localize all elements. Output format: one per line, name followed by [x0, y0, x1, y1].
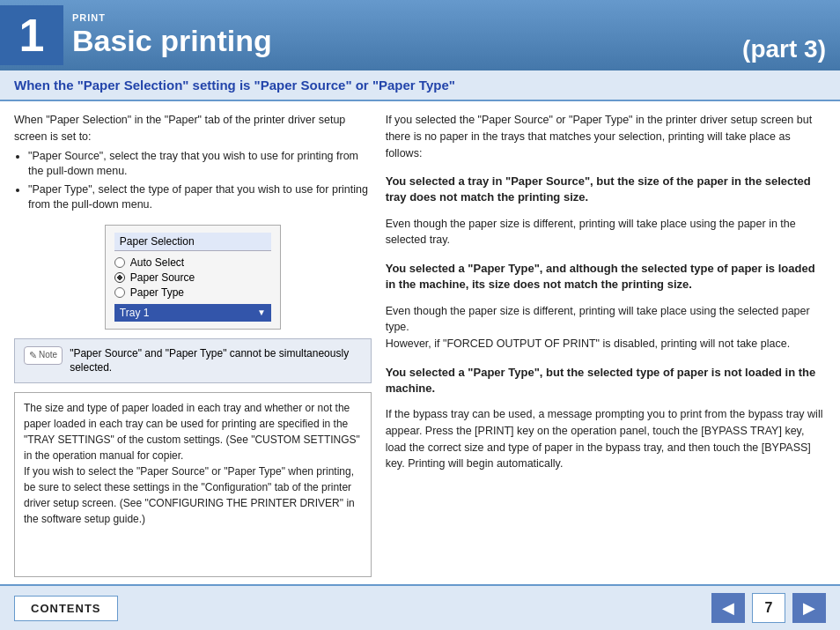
- section-1-heading: You selected a tray in "Paper Source", b…: [386, 174, 824, 205]
- section-3-heading: You selected a "Paper Type", but the sel…: [386, 365, 824, 397]
- note-label: Note: [39, 349, 57, 361]
- chapter-number: 1: [0, 5, 63, 65]
- page-header: 1 PRINT Basic printing (part 3): [0, 0, 840, 70]
- subtitle-heading: When the "Paper Selection" setting is "P…: [14, 78, 826, 93]
- next-page-button[interactable]: ▶: [792, 593, 826, 623]
- left-column: When "Paper Selection" in the "Paper" ta…: [14, 112, 372, 577]
- next-icon: ▶: [803, 598, 815, 618]
- bullet-list: "Paper Source", select the tray that you…: [28, 149, 372, 213]
- bullet-item-1: "Paper Source", select the tray that you…: [28, 149, 372, 180]
- contents-button[interactable]: CONTENTS: [14, 596, 118, 621]
- footer-navigation: ◀ 7 ▶: [711, 593, 826, 623]
- section-2-heading: You selected a "Paper Type", and althoug…: [386, 261, 824, 293]
- paper-selection-mockup: Paper Selection Auto Select Paper Source…: [105, 225, 281, 330]
- radio-paper-source-circle: [114, 272, 125, 283]
- radio-paper-source-label: Paper Source: [130, 271, 195, 284]
- radio-paper-type: Paper Type: [114, 286, 271, 299]
- right-column: If you selected the "Paper Source" or "P…: [386, 112, 824, 577]
- page-footer: CONTENTS ◀ 7 ▶: [0, 584, 840, 630]
- dropdown-arrow-icon: ▼: [257, 308, 266, 317]
- note-pencil-icon: ✎: [29, 349, 37, 362]
- note-icon: ✎ Note: [24, 346, 63, 365]
- note-text: "Paper Source" and "Paper Type" cannot b…: [70, 346, 362, 376]
- section-3-text: If the bypass tray can be used, a messag…: [386, 406, 824, 472]
- print-label: PRINT: [72, 12, 272, 23]
- note-box: ✎ Note "Paper Source" and "Paper Type" c…: [14, 338, 372, 384]
- subtitle-bar: When the "Paper Selection" setting is "P…: [0, 70, 840, 101]
- radio-paper-type-label: Paper Type: [130, 286, 184, 299]
- left-intro: When "Paper Selection" in the "Paper" ta…: [14, 112, 372, 216]
- right-intro-text: If you selected the "Paper Source" or "P…: [386, 112, 824, 161]
- info-box-text: The size and type of paper loaded in eac…: [24, 402, 360, 525]
- section-2-text: Even though the paper size is different,…: [386, 303, 824, 352]
- chapter-number-text: 1: [19, 9, 45, 62]
- part-label: (part 3): [742, 35, 826, 63]
- header-text: PRINT Basic printing: [72, 12, 272, 57]
- bullet-item-2: "Paper Type", select the type of paper t…: [28, 182, 372, 213]
- page-title: Basic printing: [72, 25, 272, 57]
- radio-auto-select-circle: [114, 257, 125, 268]
- main-content: When "Paper Selection" in the "Paper" ta…: [0, 101, 840, 584]
- section-1-text: Even though the paper size is different,…: [386, 216, 824, 249]
- left-intro-text: When "Paper Selection" in the "Paper" ta…: [14, 114, 345, 143]
- radio-paper-type-circle: [114, 287, 125, 298]
- dropdown-value: Tray 1: [120, 307, 150, 319]
- paper-selection-dropdown[interactable]: Tray 1 ▼: [114, 304, 271, 322]
- paper-selection-title: Paper Selection: [114, 233, 271, 251]
- radio-paper-source: Paper Source: [114, 271, 271, 284]
- radio-auto-select-label: Auto Select: [130, 256, 184, 269]
- prev-icon: ◀: [722, 598, 734, 618]
- prev-page-button[interactable]: ◀: [711, 593, 745, 623]
- page-number: 7: [752, 593, 785, 623]
- radio-auto-select: Auto Select: [114, 256, 271, 269]
- info-box: The size and type of paper loaded in eac…: [14, 392, 372, 577]
